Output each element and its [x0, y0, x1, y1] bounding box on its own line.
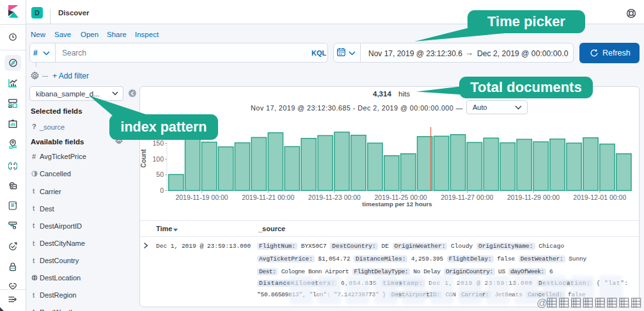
svg-text:@: @ — [537, 297, 547, 308]
svg-text:Count: Count — [140, 149, 147, 168]
svg-text:2019-11-21 00:00: 2019-11-21 00:00 — [242, 193, 294, 201]
svg-text:2019-11-27 00:00: 2019-11-27 00:00 — [441, 193, 493, 201]
svg-text:timestamp per 12 hours: timestamp per 12 hours — [362, 201, 432, 208]
svg-text:0: 0 — [160, 186, 164, 194]
svg-text:2019-11-23 00:00: 2019-11-23 00:00 — [308, 193, 361, 201]
svg-text:100: 100 — [152, 155, 164, 163]
svg-text:2019-11-19 00:00: 2019-11-19 00:00 — [175, 193, 228, 201]
svg-text:2019-12-01 00:00: 2019-12-01 00:00 — [573, 193, 626, 201]
svg-text:2019-11-29 00:00: 2019-11-29 00:00 — [507, 193, 560, 201]
svg-text:150: 150 — [152, 139, 164, 147]
svg-text:50: 50 — [156, 171, 164, 178]
